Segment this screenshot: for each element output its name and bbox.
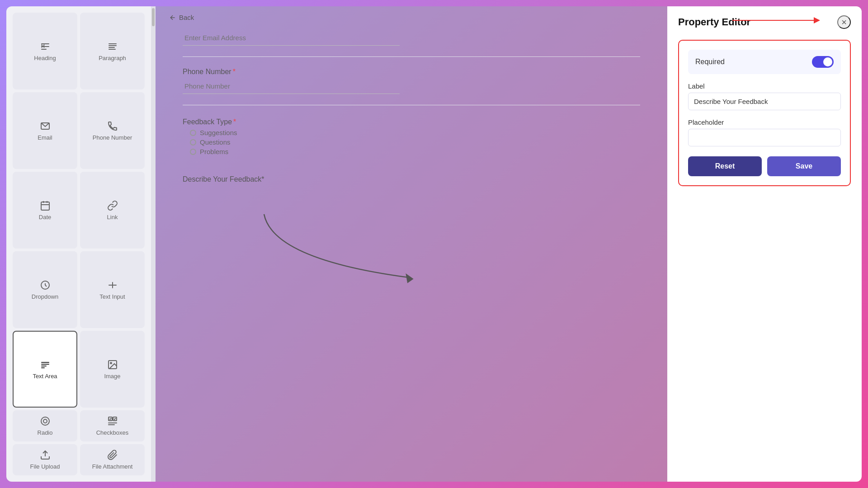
sidebar-item-paragraph-label: Paragraph [99, 55, 126, 61]
sidebar-item-text-area[interactable]: Text Area [13, 331, 77, 408]
file-upload-icon [40, 450, 51, 460]
sidebar-item-email-label: Email [38, 134, 52, 141]
sidebar-item-text-area-label: Text Area [33, 373, 57, 380]
sidebar-item-checkboxes[interactable]: Checkboxes [80, 410, 145, 441]
paragraph-icon [107, 41, 118, 52]
required-label: Required [695, 58, 725, 66]
email-field [183, 30, 640, 46]
placeholder-section-title: Placeholder [688, 118, 841, 126]
radio-circle [190, 149, 196, 155]
sidebar-item-link[interactable]: Link [80, 172, 145, 249]
toggle-thumb [823, 57, 832, 66]
radio-circle [190, 130, 196, 136]
sidebar-item-phone-label: Phone Number [93, 134, 132, 141]
placeholder-section: Placeholder [688, 118, 841, 146]
sidebar: H Heading Paragraph Email Phone [6, 6, 151, 482]
sidebar-item-dropdown[interactable]: Dropdown [13, 251, 77, 328]
label-input[interactable] [688, 93, 841, 110]
sidebar-item-text-input[interactable]: Text Input [80, 251, 145, 328]
close-button[interactable]: × [837, 15, 851, 29]
back-label: Back [179, 14, 194, 21]
form-area: Phone Number* Feedback Type* Suggestions [156, 30, 667, 482]
radio-circle [190, 139, 196, 145]
sidebar-item-date[interactable]: Date [13, 172, 77, 249]
heading-icon: H [40, 41, 51, 52]
sidebar-item-radio[interactable]: Radio [13, 410, 77, 441]
dropdown-icon [40, 280, 51, 291]
red-annotation-arrow [732, 17, 820, 23]
sidebar-item-text-input-label: Text Input [99, 293, 125, 300]
checkboxes-icon [107, 416, 118, 427]
link-icon [107, 200, 118, 211]
option-problems-label: Problems [200, 148, 228, 155]
label-section: Label [688, 82, 841, 110]
file-attachment-icon [107, 450, 118, 460]
scroll-thumb [152, 8, 155, 26]
sidebar-item-heading[interactable]: H Heading [13, 13, 77, 89]
back-arrow-icon [169, 14, 176, 21]
scroll-track[interactable] [151, 6, 156, 482]
sidebar-item-email[interactable]: Email [13, 92, 77, 169]
required-row: Required [688, 50, 841, 74]
save-button[interactable]: Save [767, 156, 841, 176]
feedback-option-problems[interactable]: Problems [190, 148, 640, 155]
feedback-option-suggestions[interactable]: Suggestions [190, 129, 640, 136]
reset-button[interactable]: Reset [688, 156, 762, 176]
sidebar-item-link-label: Link [107, 214, 118, 221]
label-section-title: Label [688, 82, 841, 90]
radio-icon [40, 416, 51, 427]
required-toggle[interactable] [812, 56, 834, 68]
sidebar-item-radio-label: Radio [38, 429, 53, 436]
sidebar-item-paragraph[interactable]: Paragraph [80, 13, 145, 89]
sidebar-item-file-upload[interactable]: File Upload [13, 444, 77, 475]
property-editor-header: Property Editor × [678, 15, 851, 29]
phone-input[interactable] [183, 79, 400, 94]
sidebar-item-file-attachment[interactable]: File Attachment [80, 444, 145, 475]
email-icon [40, 121, 51, 131]
sidebar-item-file-attachment-label: File Attachment [92, 463, 133, 470]
phone-number-field: Phone Number* [183, 68, 640, 94]
property-editor-inner-box: Required Label Placeholder Reset Save [678, 40, 851, 186]
sidebar-item-file-upload-label: File Upload [30, 463, 60, 470]
date-icon [40, 200, 51, 211]
phone-icon [107, 121, 118, 131]
property-editor: Property Editor × Required Label [667, 6, 862, 482]
svg-text:H: H [41, 43, 45, 49]
sidebar-item-date-label: Date [39, 214, 51, 221]
sidebar-item-image-label: Image [104, 373, 120, 380]
text-area-icon [40, 359, 51, 370]
sidebar-item-heading-label: Heading [34, 55, 56, 61]
image-icon [107, 359, 118, 370]
svg-point-22 [43, 419, 47, 423]
feedback-options: Suggestions Questions Problems [183, 129, 640, 155]
sidebar-item-dropdown-label: Dropdown [32, 293, 58, 300]
describe-label: Describe Your Feedback* [183, 175, 640, 183]
sidebar-item-checkboxes-label: Checkboxes [96, 429, 129, 436]
pe-buttons: Reset Save [688, 156, 841, 176]
feedback-type-field: Feedback Type* Suggestions Questions Pro… [183, 118, 640, 155]
placeholder-input[interactable] [688, 129, 841, 146]
text-input-icon [107, 280, 118, 291]
sidebar-item-image[interactable]: Image [80, 331, 145, 408]
option-suggestions-label: Suggestions [200, 129, 237, 136]
email-input[interactable] [183, 30, 400, 46]
svg-point-20 [110, 362, 112, 364]
option-questions-label: Questions [200, 138, 231, 146]
svg-rect-6 [41, 202, 49, 210]
sidebar-item-phone-number[interactable]: Phone Number [80, 92, 145, 169]
back-button[interactable]: Back [169, 14, 194, 21]
feedback-option-questions[interactable]: Questions [190, 138, 640, 146]
phone-label: Phone Number* [183, 68, 640, 76]
center-area: Back Phone Number* Feedback Type* [156, 6, 667, 482]
svg-line-12 [45, 285, 47, 286]
feedback-type-label: Feedback Type* [183, 118, 640, 126]
svg-point-21 [41, 417, 49, 425]
